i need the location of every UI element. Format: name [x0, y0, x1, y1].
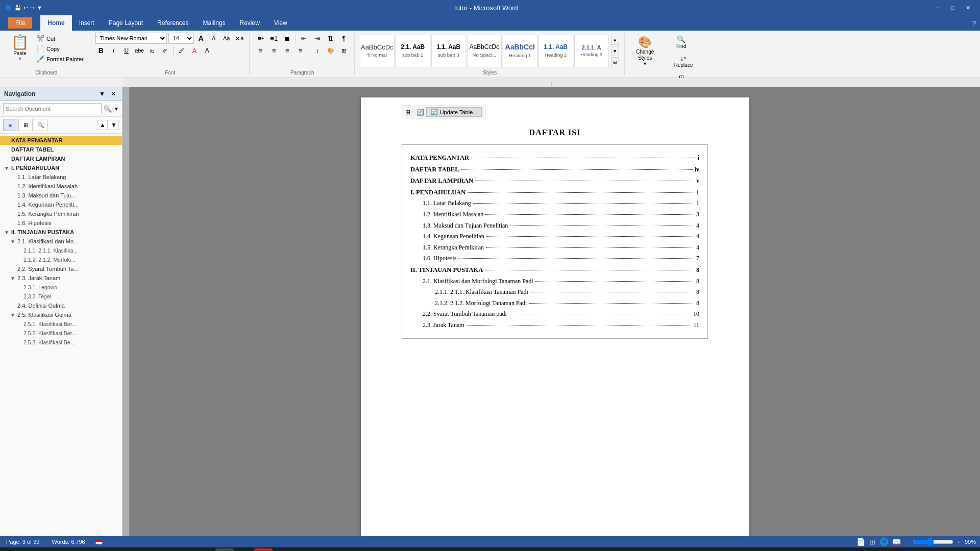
style-heading3[interactable]: 2.1.1. A Heading 3	[574, 35, 609, 67]
strikethrough-button[interactable]: abc	[134, 45, 145, 56]
nav-item-maksud[interactable]: 1.3. Maksud dan Tuju...	[0, 191, 122, 200]
style-no-spacing[interactable]: AaBbCcDc No Spaci...	[467, 35, 502, 67]
nav-item-klasifikasi-ber2[interactable]: 2.5.2. Klasifikasi Ber...	[0, 329, 122, 338]
nav-toggle-jarak-tanam[interactable]: ▼	[10, 276, 15, 281]
search-input[interactable]	[3, 103, 102, 114]
bullets-button[interactable]: ≡•	[255, 33, 267, 44]
nav-pages-view-btn[interactable]: ⊞	[18, 119, 33, 131]
tab-file[interactable]: File	[0, 15, 40, 31]
taskbar-start-btn[interactable]: 🪟	[2, 548, 20, 551]
nav-item-tinjauan[interactable]: ▼II. TINJAUAN PUSTAKA	[0, 228, 122, 237]
nav-item-klasifikasi-mo[interactable]: ▼2.1. Klasifikasi dan Mo...	[0, 237, 122, 246]
font-name-select[interactable]: Times New Roman	[95, 33, 167, 44]
sort-button[interactable]: ⇅	[325, 33, 337, 44]
taskbar-notepad[interactable]: 📝	[60, 548, 79, 551]
nav-item-daftar-tabel[interactable]: DAFTAR TABEL	[0, 145, 122, 154]
nav-item-klasifikasi-gulma[interactable]: ▼2.5. Klasifikasi Gulma	[0, 310, 122, 319]
taskbar-file-explorer[interactable]: 🗂️	[21, 548, 40, 551]
clear-formatting-button[interactable]: ✕a	[234, 33, 245, 44]
page-info[interactable]: Page: 3 of 39	[4, 538, 41, 545]
nav-close-button[interactable]: ✕	[109, 89, 118, 98]
underline-button[interactable]: U	[121, 45, 132, 56]
pin-icon[interactable]: ▼	[37, 5, 42, 11]
taskbar-word[interactable]: 💻	[215, 548, 234, 551]
taskbar-settings[interactable]: ⚙️	[41, 548, 59, 551]
nav-item-pendahuluan[interactable]: ▼I. PENDAHULUAN	[0, 163, 122, 172]
justify-button[interactable]: ≡	[295, 45, 307, 56]
view-reading-btn[interactable]: 📖	[892, 538, 901, 546]
style-heading1[interactable]: AaBbCcI Heading 1	[503, 35, 537, 67]
align-left-button[interactable]: ≡	[255, 45, 267, 56]
show-marks-button[interactable]: ¶	[338, 33, 350, 44]
increase-indent-button[interactable]: ⇥	[311, 33, 324, 44]
minimize-button[interactable]: ─	[930, 3, 944, 13]
save-icon[interactable]: 💾	[14, 5, 21, 11]
nav-headings-view-btn[interactable]: ≡	[3, 119, 17, 131]
style-expand-btn[interactable]: ⊞	[611, 57, 619, 67]
zoom-decrease-btn[interactable]: −	[905, 539, 908, 545]
cut-button[interactable]: ✂️ Cut	[34, 34, 86, 43]
nav-item-klasifikasi-ber1[interactable]: 2.5.1. Klasifikasi Ber...	[0, 319, 122, 329]
document-area[interactable]: ⊞ - 🔄 🔄 Update Table... DAFTAR ISI KATA …	[130, 87, 980, 536]
nav-item-daftar-lampiran[interactable]: DAFTAR LAMPIRAN	[0, 154, 122, 163]
nav-prev-button[interactable]: ▲	[97, 120, 108, 130]
replace-button[interactable]: ⇄ Replace	[670, 53, 698, 70]
taskbar-excel[interactable]: 📊	[235, 548, 253, 551]
tab-insert[interactable]: Insert	[72, 15, 102, 31]
borders-button[interactable]: ⊞	[338, 45, 350, 56]
grow-font-button[interactable]: A	[195, 33, 207, 44]
nav-menu-button[interactable]: ▼	[97, 89, 107, 98]
word-count[interactable]: Words: 6,796	[50, 538, 87, 545]
subscript-button[interactable]: x₂	[146, 45, 158, 56]
italic-button[interactable]: I	[108, 45, 119, 56]
paste-button[interactable]: 📋 Paste ▼	[7, 33, 33, 64]
search-options-button[interactable]: ▼	[114, 106, 119, 112]
highlight-button[interactable]: 🖊	[176, 45, 187, 56]
nav-item-morfolo-sub[interactable]: 2.1.2. 2.1.2. Morfolo...	[0, 255, 122, 264]
tab-review[interactable]: Review	[232, 15, 266, 31]
nav-item-syarat-tumbuh[interactable]: 2.2. Syarat Tumbuh Ta...	[0, 264, 122, 273]
nav-item-klasifikasi-be3[interactable]: 2.5.3. Klasifikasi Be...	[0, 338, 122, 347]
change-styles-button[interactable]: 🎨 ChangeStyles ▼	[630, 33, 660, 69]
update-table-button[interactable]: 🔄 Update Table...	[426, 107, 482, 117]
text-effects-button[interactable]: A	[202, 45, 213, 56]
view-web-btn[interactable]: 🌐	[879, 538, 888, 546]
nav-item-tegel[interactable]: 2.3.2. Tegel	[0, 292, 122, 301]
search-icon[interactable]: 🔍	[104, 105, 112, 113]
shrink-font-button[interactable]: A	[208, 33, 219, 44]
nav-item-kata-pengantar[interactable]: KATA PENGANTAR	[0, 136, 122, 145]
taskbar-red-app[interactable]: ✕	[254, 548, 273, 551]
nav-item-latar-belakang[interactable]: 1.1. Latar Belakang	[0, 172, 122, 182]
change-case-button[interactable]: Aa	[221, 33, 232, 44]
nav-results-view-btn[interactable]: 🔍	[34, 119, 48, 131]
taskbar-video[interactable]: 🎬	[99, 548, 117, 551]
view-full-btn[interactable]: ⊞	[869, 538, 875, 546]
taskbar-paint[interactable]: 🎨	[118, 548, 137, 551]
multilevel-button[interactable]: ≣	[281, 33, 293, 44]
nav-item-legowo[interactable]: 2.3.1. Legowo	[0, 283, 122, 292]
tab-mailings[interactable]: Mailings	[195, 15, 232, 31]
nav-item-kegunaan[interactable]: 1.4. Kegunaan Peneliti...	[0, 200, 122, 209]
redo-icon[interactable]: ↪	[30, 5, 35, 11]
taskbar-folder[interactable]: 📁	[196, 548, 214, 551]
nav-toggle-tinjauan[interactable]: ▼	[4, 230, 9, 235]
close-button[interactable]: ✕	[961, 3, 975, 13]
view-normal-btn[interactable]: 📄	[856, 538, 865, 546]
taskbar-green-app[interactable]: 🌿	[138, 548, 156, 551]
nav-item-klasifika-sub[interactable]: 2.1.1. 2.1.1. Klasifika...	[0, 246, 122, 255]
line-spacing-button[interactable]: ↕	[311, 45, 324, 56]
shading-button[interactable]: 🎨	[325, 45, 337, 56]
font-size-select[interactable]: 14	[168, 33, 194, 44]
file-tab-button[interactable]: File	[8, 17, 32, 29]
style-heading2[interactable]: 1.1. AaB Heading 2	[538, 35, 573, 67]
style-scroll-up[interactable]: ▲	[611, 35, 619, 45]
find-button[interactable]: 🔍 Find	[670, 33, 693, 52]
style-sub-bab3[interactable]: 1.1. AaB sub bab 3	[431, 35, 466, 67]
tab-home[interactable]: Home	[40, 15, 71, 31]
align-center-button[interactable]: ≡	[268, 45, 280, 56]
tab-references[interactable]: References	[150, 15, 195, 31]
decrease-indent-button[interactable]: ⇤	[298, 33, 310, 44]
nav-toggle-klasifikasi-gulma[interactable]: ▼	[10, 312, 15, 318]
numbering-button[interactable]: ≡1	[268, 33, 280, 44]
format-painter-button[interactable]: 🖌️ Format Painter	[34, 54, 86, 64]
